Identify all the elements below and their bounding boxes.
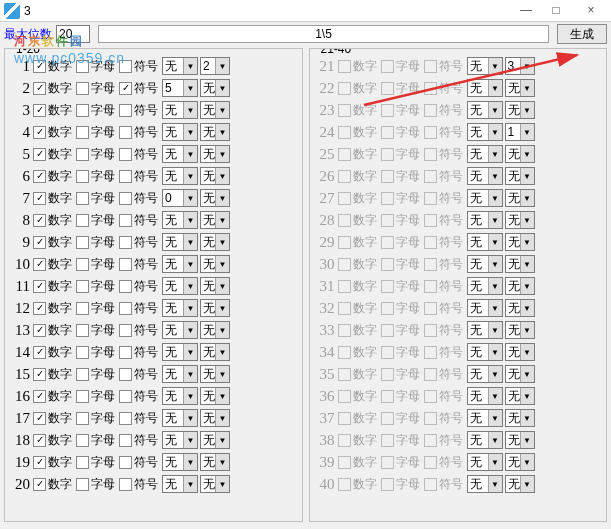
select-dropdown[interactable]: 无▼ [467,299,503,317]
select-dropdown[interactable]: 无▼ [200,343,230,361]
checkbox[interactable] [76,82,89,95]
checkbox[interactable] [76,368,89,381]
select-dropdown[interactable]: 无▼ [467,145,503,163]
checkbox[interactable] [33,126,46,139]
select-dropdown[interactable]: 无▼ [505,233,535,251]
select-dropdown[interactable]: 无▼ [162,387,198,405]
select-dropdown[interactable]: 无▼ [162,453,198,471]
select-dropdown[interactable]: 无▼ [467,277,503,295]
checkbox[interactable] [76,60,89,73]
checkbox[interactable] [119,346,132,359]
checkbox[interactable] [33,236,46,249]
checkbox[interactable] [119,236,132,249]
select-dropdown[interactable]: 无▼ [200,123,230,141]
checkbox[interactable] [33,412,46,425]
select-dropdown[interactable]: 无▼ [162,365,198,383]
checkbox[interactable] [119,104,132,117]
checkbox[interactable] [33,104,46,117]
checkbox[interactable] [33,324,46,337]
checkbox[interactable] [119,456,132,469]
select-dropdown[interactable]: 无▼ [467,57,503,75]
select-dropdown[interactable]: 3▼ [505,57,535,75]
select-dropdown[interactable]: 无▼ [505,475,535,493]
select-dropdown[interactable]: 无▼ [162,321,198,339]
checkbox[interactable] [119,148,132,161]
select-dropdown[interactable]: 无▼ [200,365,230,383]
select-dropdown[interactable]: 无▼ [162,343,198,361]
select-dropdown[interactable]: 无▼ [200,211,230,229]
select-dropdown[interactable]: 无▼ [162,277,198,295]
checkbox[interactable] [119,192,132,205]
checkbox[interactable] [76,456,89,469]
select-dropdown[interactable]: 无▼ [200,101,230,119]
checkbox[interactable] [119,412,132,425]
select-dropdown[interactable]: 无▼ [162,409,198,427]
checkbox[interactable] [76,324,89,337]
select-dropdown[interactable]: 无▼ [467,101,503,119]
select-dropdown[interactable]: 无▼ [162,123,198,141]
select-dropdown[interactable]: 无▼ [505,365,535,383]
select-dropdown[interactable]: 无▼ [505,343,535,361]
select-dropdown[interactable]: 无▼ [467,475,503,493]
checkbox[interactable] [119,368,132,381]
maximize-button[interactable]: □ [541,0,571,20]
checkbox[interactable] [33,346,46,359]
select-dropdown[interactable]: 无▼ [162,145,198,163]
select-dropdown[interactable]: 无▼ [467,387,503,405]
select-dropdown[interactable]: 无▼ [505,189,535,207]
checkbox[interactable] [119,126,132,139]
checkbox[interactable] [119,390,132,403]
select-dropdown[interactable]: 无▼ [505,321,535,339]
select-dropdown[interactable]: 无▼ [200,475,230,493]
checkbox[interactable] [76,346,89,359]
select-dropdown[interactable]: 无▼ [467,431,503,449]
select-dropdown[interactable]: 无▼ [467,409,503,427]
checkbox[interactable] [33,214,46,227]
select-dropdown[interactable]: 无▼ [467,79,503,97]
select-dropdown[interactable]: 无▼ [467,233,503,251]
select-dropdown[interactable]: 无▼ [200,145,230,163]
select-dropdown[interactable]: 无▼ [505,409,535,427]
select-dropdown[interactable]: 2▼ [200,57,230,75]
checkbox[interactable] [76,170,89,183]
select-dropdown[interactable]: 5▼ [162,79,198,97]
select-dropdown[interactable]: 无▼ [200,387,230,405]
select-dropdown[interactable]: 无▼ [162,211,198,229]
checkbox[interactable] [33,478,46,491]
select-dropdown[interactable]: 无▼ [200,299,230,317]
select-dropdown[interactable]: 无▼ [505,277,535,295]
select-dropdown[interactable]: 无▼ [162,101,198,119]
checkbox[interactable] [76,302,89,315]
checkbox[interactable] [119,280,132,293]
checkbox[interactable] [119,478,132,491]
checkbox[interactable] [33,456,46,469]
select-dropdown[interactable]: 无▼ [200,277,230,295]
checkbox[interactable] [76,390,89,403]
close-button[interactable]: × [571,0,611,20]
checkbox[interactable] [119,302,132,315]
checkbox[interactable] [76,126,89,139]
checkbox[interactable] [33,280,46,293]
select-dropdown[interactable]: 无▼ [200,453,230,471]
checkbox[interactable] [33,390,46,403]
select-dropdown[interactable]: 无▼ [162,255,198,273]
minimize-button[interactable]: — [511,0,541,20]
checkbox[interactable] [119,434,132,447]
select-dropdown[interactable]: 无▼ [200,431,230,449]
select-dropdown[interactable]: 1▼ [505,123,535,141]
select-dropdown[interactable]: 无▼ [505,255,535,273]
select-dropdown[interactable]: 无▼ [200,167,230,185]
checkbox[interactable] [76,478,89,491]
checkbox[interactable] [119,258,132,271]
select-dropdown[interactable]: 无▼ [467,167,503,185]
select-dropdown[interactable]: 无▼ [505,145,535,163]
select-dropdown[interactable]: 无▼ [505,387,535,405]
select-dropdown[interactable]: 无▼ [200,255,230,273]
checkbox[interactable] [76,434,89,447]
checkbox[interactable] [119,170,132,183]
select-dropdown[interactable]: 无▼ [505,453,535,471]
select-dropdown[interactable]: 无▼ [200,233,230,251]
checkbox[interactable] [33,60,46,73]
select-dropdown[interactable]: 0▼ [162,189,198,207]
select-dropdown[interactable]: 无▼ [467,321,503,339]
